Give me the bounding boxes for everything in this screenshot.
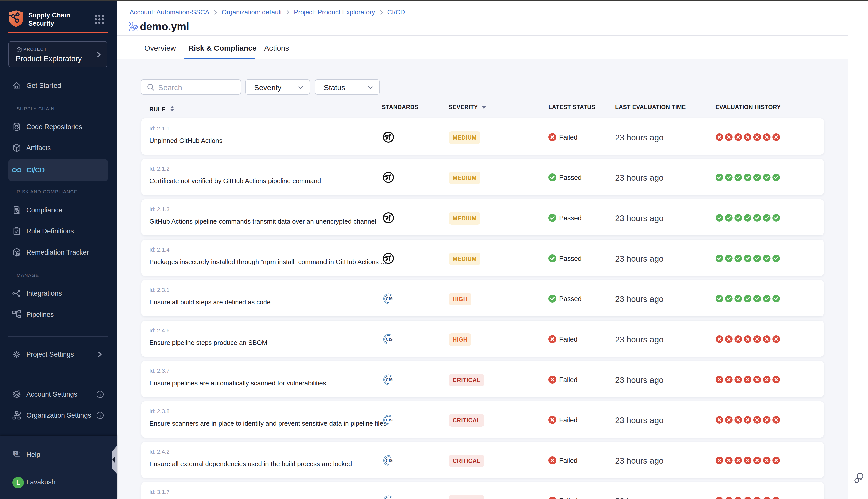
svg-text:CIS: CIS: [386, 297, 392, 301]
svg-text:CIS: CIS: [386, 418, 392, 422]
svg-text:CIS: CIS: [386, 458, 392, 463]
svg-text:CIS: CIS: [386, 378, 392, 382]
svg-text:CIS: CIS: [386, 337, 392, 341]
svg-text:?: ?: [15, 452, 17, 455]
